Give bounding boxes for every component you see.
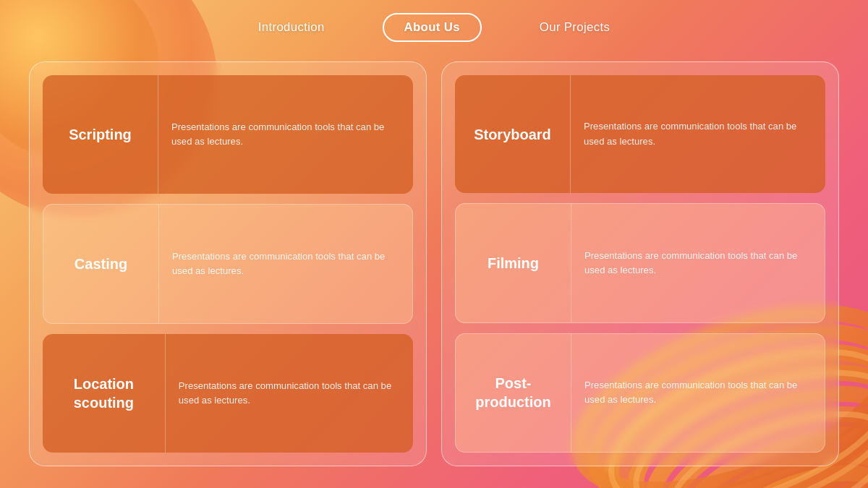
- card-storyboard[interactable]: Storyboard Presentations are communicati…: [455, 75, 825, 193]
- card-filming[interactable]: Filming Presentations are communication …: [455, 203, 825, 322]
- card-storyboard-title-box: Storyboard: [455, 75, 571, 193]
- nav-our-projects[interactable]: Our Projects: [540, 20, 610, 35]
- card-storyboard-desc: Presentations are communication tools th…: [571, 109, 825, 159]
- navigation: Introduction About Us Our Projects: [0, 0, 868, 54]
- card-scripting-title-box: Scripting: [43, 75, 158, 194]
- card-scripting-title: Scripting: [69, 125, 132, 144]
- card-casting-title: Casting: [75, 254, 127, 273]
- card-filming-title-box: Filming: [456, 204, 571, 322]
- nav-about-us[interactable]: About Us: [383, 13, 482, 42]
- card-storyboard-title: Storyboard: [474, 125, 551, 144]
- card-post-production[interactable]: Post-production Presentations are commun…: [455, 333, 825, 453]
- nav-introduction[interactable]: Introduction: [258, 20, 325, 35]
- card-location-scouting[interactable]: Location scouting Presentations are comm…: [43, 334, 413, 453]
- main-content: Scripting Presentations are communicatio…: [29, 61, 839, 466]
- card-casting-desc: Presentations are communication tools th…: [159, 239, 412, 289]
- card-post-production-title-box: Post-production: [456, 334, 571, 452]
- card-filming-title: Filming: [488, 254, 539, 273]
- card-scripting-desc: Presentations are communication tools th…: [158, 110, 413, 160]
- card-filming-desc: Presentations are communication tools th…: [571, 239, 825, 288]
- card-casting-title-box: Casting: [43, 205, 159, 323]
- card-location-scouting-title: Location scouting: [56, 374, 152, 412]
- card-post-production-desc: Presentations are communication tools th…: [571, 368, 825, 418]
- left-panel: Scripting Presentations are communicatio…: [29, 61, 427, 466]
- right-panel: Storyboard Presentations are communicati…: [441, 61, 839, 466]
- card-scripting[interactable]: Scripting Presentations are communicatio…: [43, 75, 413, 194]
- card-post-production-title: Post-production: [469, 374, 558, 411]
- card-location-scouting-title-box: Location scouting: [43, 334, 166, 453]
- card-casting[interactable]: Casting Presentations are communication …: [43, 204, 413, 324]
- card-location-scouting-desc: Presentations are communication tools th…: [166, 369, 413, 419]
